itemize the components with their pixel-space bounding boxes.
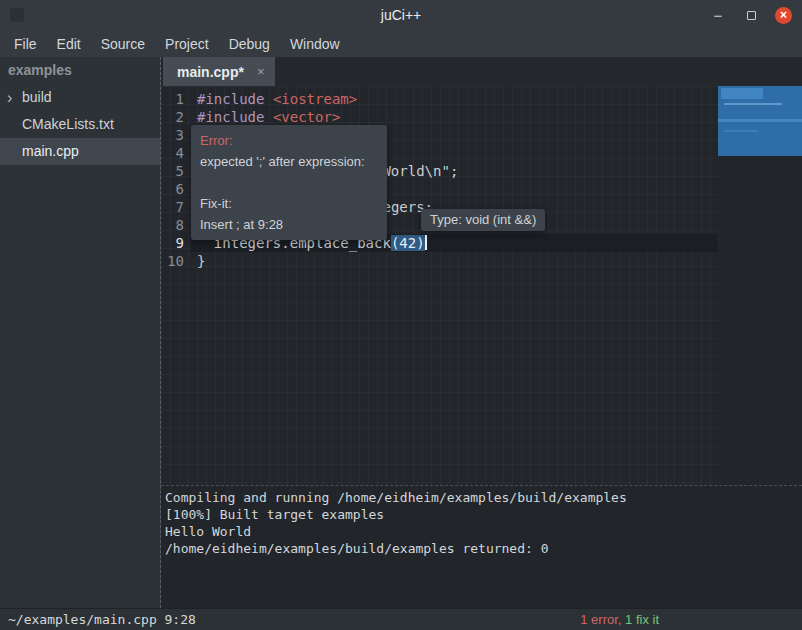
minimize-icon: − bbox=[714, 7, 723, 24]
window-title: juCi++ bbox=[0, 7, 802, 23]
menu-edit[interactable]: Edit bbox=[47, 32, 91, 56]
file-tree: examples › build CMakeLists.txt main.cpp bbox=[0, 57, 160, 608]
menubar: File Edit Source Project Debug Window bbox=[0, 30, 802, 57]
code-line[interactable]: #include <vector> bbox=[197, 108, 718, 126]
line-number: 7 bbox=[161, 198, 191, 216]
tree-item-cmakelists[interactable]: CMakeLists.txt bbox=[0, 111, 160, 138]
tree-item-label: build bbox=[22, 89, 52, 105]
restore-icon bbox=[747, 11, 756, 20]
error-tooltip: Error: expected ';' after expression: Fi… bbox=[191, 125, 387, 240]
menu-project[interactable]: Project bbox=[155, 32, 219, 56]
line-number: 4 bbox=[161, 144, 191, 162]
close-button[interactable]: × bbox=[775, 7, 792, 24]
line-number: 6 bbox=[161, 180, 191, 198]
code-editor[interactable]: 1 2 3 4 5 6 7 8 9 10 #include <iostream>… bbox=[161, 86, 802, 485]
text-cursor bbox=[425, 235, 427, 250]
menu-debug[interactable]: Debug bbox=[219, 32, 280, 56]
minimap-code-line bbox=[724, 103, 782, 105]
bracket-match-highlight: (42) bbox=[391, 235, 425, 251]
line-number: 10 bbox=[161, 252, 191, 270]
menu-window[interactable]: Window bbox=[280, 32, 350, 56]
code-line[interactable]: } bbox=[197, 252, 718, 270]
chevron-right-icon[interactable]: › bbox=[7, 84, 12, 111]
fixit-title: Fix-it: bbox=[200, 193, 378, 214]
editor-pane: main.cpp* × 1 2 3 4 5 6 7 8 9 10 bbox=[160, 57, 802, 608]
line-number-gutter: 1 2 3 4 5 6 7 8 9 10 bbox=[161, 86, 191, 485]
fixit-action: Insert ; at 9:28 bbox=[200, 214, 378, 235]
project-name: examples bbox=[0, 57, 160, 84]
type-tooltip: Type: void (int &&) bbox=[421, 209, 545, 231]
minimap-code-line bbox=[724, 130, 758, 132]
status-error-count: 1 error, bbox=[580, 612, 621, 627]
terminal-output[interactable]: Compiling and running /home/eidheim/exam… bbox=[161, 485, 802, 608]
restore-button[interactable] bbox=[742, 6, 760, 24]
tree-item-label: main.cpp bbox=[22, 143, 79, 159]
menu-file[interactable]: File bbox=[4, 32, 47, 56]
type-tooltip-text: Type: void (int &&) bbox=[430, 212, 536, 227]
code-line[interactable]: #include <iostream> bbox=[197, 90, 718, 108]
app-icon bbox=[10, 8, 24, 22]
terminal-line: [100%] Built target examples bbox=[165, 506, 802, 523]
terminal-line: /home/eidheim/examples/build/examples re… bbox=[165, 540, 802, 557]
tree-item-maincpp[interactable]: main.cpp bbox=[0, 138, 160, 165]
app-window: juCi++ − × File Edit Source Project Debu… bbox=[0, 0, 802, 630]
statusbar: ~/examples/main.cpp 9:28 1 error, 1 fix … bbox=[0, 608, 802, 630]
tab-maincpp[interactable]: main.cpp* × bbox=[163, 57, 275, 86]
titlebar: juCi++ − × bbox=[0, 0, 802, 30]
status-diagnostics: 1 error, 1 fix it bbox=[580, 612, 659, 627]
line-number: 5 bbox=[161, 162, 191, 180]
minimize-button[interactable]: − bbox=[709, 6, 727, 24]
line-number: 1 bbox=[161, 90, 191, 108]
status-fixit-count: 1 fix it bbox=[621, 612, 659, 627]
window-controls: − × bbox=[709, 0, 792, 30]
source-map[interactable] bbox=[718, 86, 802, 485]
line-number: 3 bbox=[161, 126, 191, 144]
minimap-code-line bbox=[718, 119, 802, 122]
source-map-slider[interactable] bbox=[718, 86, 802, 156]
minimap-code-block bbox=[721, 88, 763, 99]
status-file-position: ~/examples/main.cpp 9:28 bbox=[8, 612, 196, 627]
tree-item-label: CMakeLists.txt bbox=[22, 116, 114, 132]
tab-label: main.cpp* bbox=[177, 64, 244, 80]
line-number: 8 bbox=[161, 216, 191, 234]
tree-item-build[interactable]: › build bbox=[0, 84, 160, 111]
close-icon: × bbox=[780, 8, 787, 22]
terminal-line: Hello World bbox=[165, 523, 802, 540]
terminal-line: Compiling and running /home/eidheim/exam… bbox=[165, 489, 802, 506]
line-number: 2 bbox=[161, 108, 191, 126]
error-tooltip-title: Error: bbox=[200, 130, 378, 151]
error-tooltip-message: expected ';' after expression: bbox=[200, 151, 378, 172]
main-content: examples › build CMakeLists.txt main.cpp… bbox=[0, 57, 802, 608]
error-tooltip-spacer bbox=[200, 172, 378, 193]
tab-close-icon[interactable]: × bbox=[257, 64, 265, 79]
tabbar: main.cpp* × bbox=[161, 57, 802, 86]
menu-source[interactable]: Source bbox=[91, 32, 155, 56]
line-number: 9 bbox=[161, 234, 191, 252]
